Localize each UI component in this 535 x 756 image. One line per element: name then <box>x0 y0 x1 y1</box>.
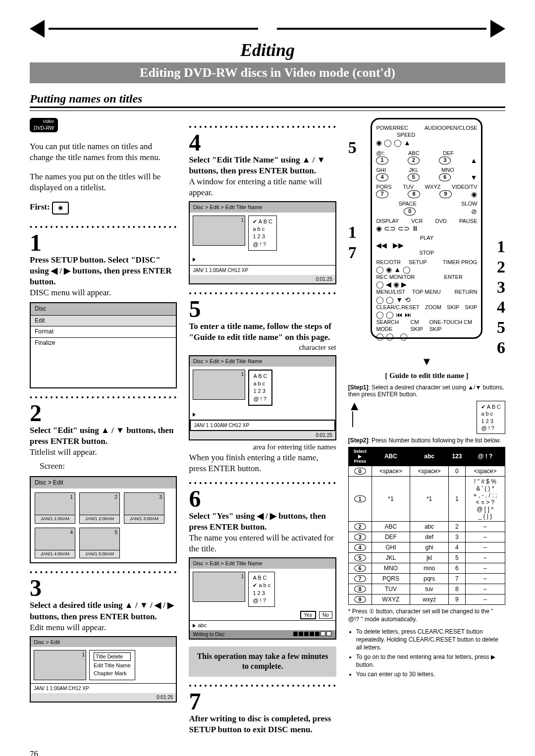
step-1-head: Press SETUP button. Select "DISC" using … <box>30 255 177 287</box>
disc-menu-panel: Disc Edit Format Finalize <box>30 302 177 388</box>
callout-right: 1 2 3 4 5 6 <box>497 237 505 358</box>
step-7-head: After writing to disc is completed, pres… <box>189 713 336 735</box>
page-title: Editing <box>30 38 505 61</box>
arrow-left-icon <box>30 20 45 38</box>
step-4-body: A window for entering a title name will … <box>189 176 336 198</box>
disc-menu-title: Disc <box>31 303 176 315</box>
edit-menu-osd: Disc > Edit 1 Title Delete Edit Title Na… <box>30 636 177 702</box>
manual-page: Editing Editing DVD-RW discs in Video mo… <box>0 0 535 756</box>
step-4-number: 4 <box>189 131 336 155</box>
screen-label: Screen: <box>30 461 177 472</box>
step-5-number: 5 <box>189 297 336 321</box>
disc-menu-item: Format <box>31 326 176 337</box>
step-1-body: DISC menu will appear. <box>30 287 177 298</box>
up-arrow-icon: ▲│ <box>348 400 361 426</box>
grid-crumb: Disc > Edit <box>31 477 176 489</box>
header-rule <box>30 20 505 38</box>
asterisk-note: * Press ① button, character set will be … <box>348 608 505 623</box>
section-head: Putting names on titles <box>30 92 505 106</box>
edit-title-osd: Disc > Edit > Edit Title Name 1 ✔ A B C … <box>189 201 336 284</box>
arrow-right-icon <box>490 20 505 38</box>
area-caption: area for entering title names <box>189 442 336 452</box>
disc-menu-item: Edit <box>31 315 176 326</box>
edit-title-osd-2: Disc > Edit > Edit Title Name 1 A B C a … <box>189 355 336 440</box>
callout-left: 5 1 7 <box>348 138 357 263</box>
step-3-head: Select a desired title using ▲ / ▼ / ◀ /… <box>30 600 177 622</box>
column-1: Video DVD-RW You can put title names on … <box>30 118 177 735</box>
step-5-head: To enter a title name, follow the steps … <box>189 321 336 343</box>
step-6-number: 6 <box>189 487 336 511</box>
step-5-after: When you finish entering a title name, p… <box>189 452 336 474</box>
step-7-number: 7 <box>189 690 336 713</box>
remote-control-icon: POWERREC SPEEDAUDIOOPEN/CLOSE ◉ ◯ ◯ ▲ @!… <box>371 118 482 339</box>
charset-box: ✔ A B C a b c 1 2 3 @ ! ? <box>477 401 505 434</box>
column-3: 5 1 7 POWERREC SPEEDAUDIOOPEN/CLOSE ◉ ◯ … <box>348 118 505 735</box>
step-6-head: Select "Yes" using ◀ / ▶ buttons, then p… <box>189 511 336 533</box>
first-label: First: <box>30 202 50 212</box>
step-6-body: The name you entered will be activated f… <box>189 533 336 554</box>
confirm-osd: Disc > Edit > Edit Title Name 1 A B C ✔ … <box>189 557 336 639</box>
charset-table: Select▶Press ABC abc 123 @ ! ? 0<space><… <box>348 447 505 605</box>
disc-icon: ◉ <box>52 202 69 215</box>
guide-notes: To delete letters, press CLEAR/C.RESET b… <box>348 628 505 679</box>
intro-p1: You can put title names on titles and ch… <box>30 141 177 163</box>
step-3-body: Edit menu will appear. <box>30 622 177 633</box>
step-3-number: 3 <box>30 576 177 600</box>
step-2-number: 2 <box>30 401 177 425</box>
charset-caption: character set <box>189 343 336 353</box>
dot-divider: • • • • • • • • • • • • • • • • • • • • … <box>30 223 177 229</box>
note-box: This operation may take a few minutes to… <box>189 647 336 677</box>
double-rule <box>30 107 505 111</box>
guide-title: [ Guide to edit title name ] <box>348 372 505 380</box>
step-4-head: Select "Edit Title Name" using ▲ / ▼ but… <box>189 155 336 176</box>
step-1-number: 1 <box>30 231 177 255</box>
page-number: 76 <box>30 749 505 756</box>
step-2-head: Select "Edit" using ▲ / ▼ buttons, then … <box>30 425 177 447</box>
titlelist-panel: Disc > Edit 1JAN/1 1:00AM 2JAN/1 2:00AM … <box>30 476 177 564</box>
disc-menu-item: Finalize <box>31 337 176 349</box>
step-2-body: Titlelist will appear. <box>30 447 177 458</box>
section-band: Editing DVD-RW discs in Video mode (cont… <box>30 62 505 83</box>
intro-p2: The names you put on the titles will be … <box>30 171 177 193</box>
dvdrw-badge: Video DVD-RW <box>30 118 58 132</box>
column-2: • • • • • • • • • • • • • • • • • • • • … <box>189 118 336 735</box>
